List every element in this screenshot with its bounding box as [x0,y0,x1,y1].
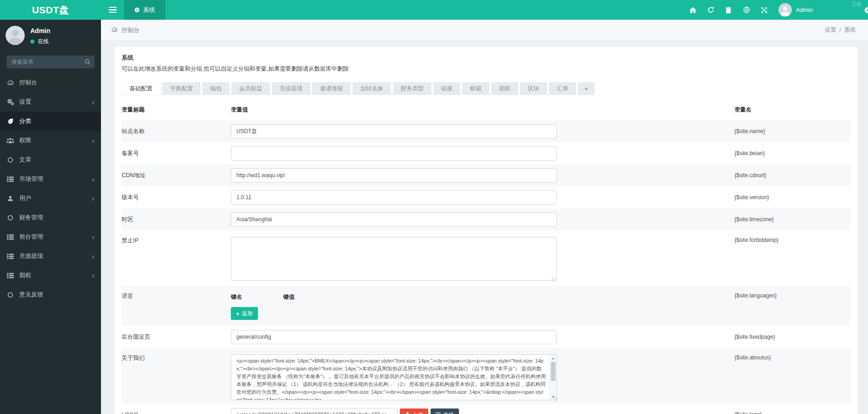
avatar [6,26,25,45]
config-tabs: 基础配置 字典配置 钱包 会员权益 充值提现 邀请海报 划转兑换 财务类型 链接… [122,82,851,95]
kv-headers: 键名 键值 [231,293,734,301]
chevron-left-icon: ‹ [92,272,95,280]
scrollbar[interactable]: ▲ ▼ [549,355,556,400]
tab-exchange-rate[interactable]: 汇率 [549,82,576,95]
panel-title: 系统 [122,54,851,62]
sidebar-item-users[interactable]: 用户 ‹ [0,189,101,208]
sidebar-toggle-button[interactable] [101,0,124,20]
cdn-url-input[interactable] [231,168,557,183]
sidebar-item-market[interactable]: 市场管理 ‹ [0,169,101,189]
upload-button[interactable]: 上传 [400,408,428,414]
online-status-icon [30,39,34,44]
header-var-value: 变量值 [231,106,734,114]
append-button[interactable]: + 追加 [231,307,258,320]
key-value-header: 键值 [283,293,295,301]
tab-block[interactable]: 区块 [520,82,547,95]
dashboard-icon [6,79,14,86]
key-name-header: 键名 [231,293,283,301]
table-row: 后台固定页 {$site.fixedpage} [122,326,851,348]
sidebar-item-options[interactable]: 期权 ‹ [0,266,101,285]
resize-handle[interactable] [554,397,558,401]
tab-finance-type[interactable]: 财务类型 [393,82,431,95]
home-icon[interactable] [689,6,696,14]
table-row: CDN地址 {$site.cdnurl} [122,164,851,186]
language-icon[interactable] [743,6,750,14]
content-area: 系统 可以在此增改系统的变量和分组,也可以自定义分组和变量,如果需要删除请从数据… [101,41,868,414]
scroll-up-icon[interactable]: ▲ [550,355,556,361]
settings-gear-icon[interactable] [864,6,868,14]
choose-button-label: 选择 [443,411,454,414]
admin-menu[interactable]: Admin [778,3,813,17]
tab-email[interactable]: 邮箱 [462,82,489,95]
breadcrumb-bar: 控制台 设置 / 系统 [101,20,868,41]
sidebar-user-status: 在线 [30,38,50,45]
tab-transfer-exchange[interactable]: 划转兑换 [353,82,391,95]
resize-handle[interactable] [552,277,556,281]
sidebar-item-label: 控制台 [19,78,37,87]
topnav-item-system[interactable]: 系统 [124,0,165,20]
scrollbar-thumb[interactable] [551,362,555,381]
tab-options[interactable]: 期权 [491,82,518,95]
sidebar-item-recharge-withdraw[interactable]: 充值提现 ‹ [0,246,101,266]
sidebar-item-label: 用户 [19,194,31,202]
var-name: {$site.beian} [734,150,851,157]
sidebar-item-settings[interactable]: 设置 ‹ [0,92,101,112]
tab-dictionary-config[interactable]: 字典配置 [162,82,201,95]
breadcrumb-link-settings[interactable]: 设置 [825,26,836,34]
fixed-page-input[interactable] [231,330,557,344]
tab-invite-poster[interactable]: 邀请海报 [312,82,351,95]
circle-icon [6,292,14,298]
gears-icon [6,99,14,106]
trash-icon[interactable] [725,6,732,14]
table-row: LOGO 上传 选择 {$site.logo} [122,404,851,414]
sidebar-item-articles[interactable]: 文章 [0,150,101,169]
watermark-label: 正版 [851,1,862,8]
sidebar-item-label: 充值提现 [19,252,43,260]
table-row: 关于我们 <p><span style="font-size: 14px;">B… [122,348,851,404]
about-us-textarea[interactable]: <p><span style="font-size: 14px;">BMEX</… [231,354,557,400]
site-name-input[interactable] [231,124,557,139]
tab-basic-config[interactable]: 基础配置 [122,82,160,95]
list-icon [6,234,14,240]
list-icon [6,253,14,259]
tab-links[interactable]: 链接 [433,82,460,95]
forbidden-ip-textarea[interactable] [231,237,557,281]
upload-icon [405,412,410,414]
hamburger-icon [109,6,117,15]
table-row: 站点名称 {$site.name} [122,120,851,142]
tab-wallet[interactable]: 钱包 [202,82,230,95]
table-row: 禁止IP {$site.forbiddenip} [122,230,851,286]
field-label: 后台固定页 [122,333,231,341]
var-name: {$site.version} [734,194,851,201]
field-label: 关于我们 [122,354,231,362]
list-icon [6,273,14,279]
timezone-input[interactable] [231,213,557,227]
tab-recharge-withdraw[interactable]: 充值提现 [272,82,310,95]
sidebar-item-frontend[interactable]: 前台管理 ‹ [0,227,101,246]
field-label: 禁止IP [122,237,231,245]
beian-input[interactable] [231,146,557,161]
var-name: {$site.forbiddenip} [734,237,851,243]
version-input[interactable] [231,190,557,205]
refresh-icon[interactable] [707,6,714,14]
topnav-item-label: 系统 [143,6,155,14]
choose-button[interactable]: 选择 [431,408,459,414]
leaf-icon [6,118,14,124]
sidebar-item-permissions[interactable]: 权限 ‹ [0,131,101,150]
search-icon[interactable] [84,59,90,66]
logo-path-input[interactable] [231,408,398,414]
field-label: 语言 [122,292,231,300]
tab-member-benefits[interactable]: 会员权益 [231,82,270,95]
var-name: {$site.name} [734,128,851,134]
menu-search-input[interactable] [6,56,95,68]
add-tab-button[interactable]: + [578,82,594,95]
chevron-left-icon: ‹ [92,137,95,145]
table-row: 语言 键名 键值 + 追加 {$site.languages} [122,286,851,326]
sidebar-item-finance[interactable]: 财务管理 [0,208,101,227]
gear-icon [134,6,140,14]
sidebar-item-feedback[interactable]: 意见反馈 [0,285,101,304]
fullscreen-icon[interactable] [761,6,768,14]
sidebar-item-dashboard[interactable]: 控制台 [0,73,101,92]
sidebar-item-category[interactable]: 分类 [0,112,101,131]
field-label: 时区 [122,216,231,224]
